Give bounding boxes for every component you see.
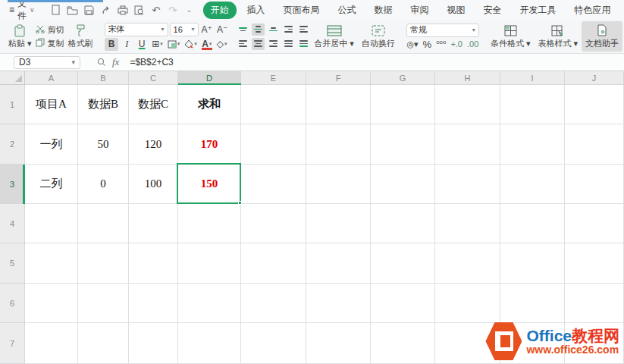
- cell-B5[interactable]: [78, 243, 129, 284]
- row-header-5[interactable]: 5: [0, 243, 25, 284]
- output-button[interactable]: [99, 2, 114, 17]
- cell-D3[interactable]: 150: [178, 165, 241, 204]
- cell-I3[interactable]: [500, 165, 565, 204]
- justify-icon[interactable]: [282, 38, 295, 50]
- cell-A5[interactable]: [25, 243, 78, 284]
- cell-G7[interactable]: [371, 323, 435, 364]
- tab-page-layout[interactable]: 页面布局: [276, 2, 328, 19]
- percent-button[interactable]: %: [423, 39, 432, 50]
- tab-insert[interactable]: 插入: [240, 2, 273, 19]
- number-format-select[interactable]: 常规▾: [406, 24, 479, 37]
- font-size-select[interactable]: 16▾: [170, 23, 199, 36]
- cell-D2[interactable]: 170: [178, 124, 241, 165]
- increase-indent-icon[interactable]: [297, 24, 310, 36]
- formula-input[interactable]: =$B$2+C3: [130, 57, 173, 67]
- cell-J4[interactable]: [565, 204, 624, 243]
- cell-E1[interactable]: [241, 85, 306, 124]
- column-header-A[interactable]: A: [25, 71, 78, 85]
- borders-button[interactable]: ⊞▾: [150, 38, 165, 51]
- tab-data[interactable]: 数据: [367, 2, 400, 19]
- redo-button[interactable]: ↷: [165, 2, 180, 17]
- cell-H1[interactable]: [435, 85, 500, 124]
- cell-A2[interactable]: 一列: [25, 124, 78, 165]
- row-header-6[interactable]: 6: [0, 284, 25, 323]
- cell-F6[interactable]: [306, 284, 371, 323]
- format-painter-button[interactable]: 格式刷: [64, 21, 97, 52]
- cell-C1[interactable]: 数据C: [129, 85, 178, 124]
- cell-F2[interactable]: [306, 124, 371, 165]
- column-header-B[interactable]: B: [78, 71, 129, 85]
- select-all-corner[interactable]: [0, 71, 25, 85]
- column-header-C[interactable]: C: [129, 71, 178, 85]
- align-middle-icon[interactable]: [252, 24, 265, 36]
- cell-D5[interactable]: [178, 243, 241, 284]
- column-header-H[interactable]: H: [435, 71, 500, 85]
- cell-J3[interactable]: [565, 165, 624, 204]
- cell-B1[interactable]: 数据B: [78, 85, 129, 124]
- cell-I6[interactable]: [500, 284, 565, 323]
- column-header-I[interactable]: I: [500, 71, 565, 85]
- decrease-indent-icon[interactable]: [282, 24, 295, 36]
- fill-color-button[interactable]: ▾: [166, 38, 182, 51]
- column-header-F[interactable]: F: [306, 71, 371, 85]
- column-header-J[interactable]: J: [565, 71, 624, 85]
- cell-E5[interactable]: [241, 243, 306, 284]
- merge-center-button[interactable]: 合并居中 ▾: [310, 21, 358, 52]
- cell-B2[interactable]: 50: [78, 124, 129, 165]
- distribute-icon[interactable]: [297, 38, 310, 50]
- shading-button[interactable]: ▾: [183, 38, 199, 51]
- cell-A6[interactable]: [25, 284, 78, 323]
- currency-button[interactable]: ◎▾: [406, 39, 418, 49]
- row-header-7[interactable]: 7: [0, 323, 25, 364]
- print-preview-button[interactable]: [132, 2, 147, 17]
- cell-I2[interactable]: [500, 124, 565, 165]
- cell-C4[interactable]: [129, 204, 178, 243]
- increase-decimal-button[interactable]: +.0: [450, 39, 463, 49]
- tab-doc-assistant[interactable]: 文档助手: [622, 2, 624, 19]
- cell-G5[interactable]: [371, 243, 435, 284]
- cell-H4[interactable]: [435, 204, 500, 243]
- font-name-select[interactable]: 宋体▾: [105, 23, 168, 36]
- cell-D4[interactable]: [178, 204, 241, 243]
- cell-E6[interactable]: [241, 284, 306, 323]
- cell-H3[interactable]: [435, 165, 500, 204]
- undo-button[interactable]: ↶: [149, 2, 164, 17]
- tab-home[interactable]: 开始: [203, 2, 237, 19]
- cell-G4[interactable]: [371, 204, 435, 243]
- tab-security[interactable]: 安全: [476, 2, 510, 19]
- new-document-button[interactable]: [49, 2, 64, 17]
- cell-F4[interactable]: [306, 204, 371, 243]
- row-header-2[interactable]: 2: [0, 124, 25, 165]
- column-header-E[interactable]: E: [241, 71, 306, 85]
- cell-J5[interactable]: [565, 243, 624, 284]
- row-header-1[interactable]: 1: [0, 85, 25, 124]
- cell-C5[interactable]: [129, 243, 178, 284]
- open-file-button[interactable]: [65, 2, 80, 17]
- magnifier-icon[interactable]: [97, 58, 106, 67]
- name-box[interactable]: D3 ▾: [14, 56, 80, 69]
- paste-button[interactable]: 粘贴 ▾: [5, 21, 36, 52]
- tab-view[interactable]: 视图: [440, 2, 473, 19]
- fx-button[interactable]: fx: [112, 56, 119, 68]
- column-header-G[interactable]: G: [371, 71, 435, 85]
- cell-E3[interactable]: [241, 165, 306, 204]
- cell-B6[interactable]: [78, 284, 129, 323]
- thousands-separator-button[interactable]: ⁰⁰⁰: [436, 39, 446, 49]
- cell-J2[interactable]: [565, 124, 624, 165]
- align-left-icon[interactable]: [237, 38, 249, 50]
- font-color-button[interactable]: A▾: [200, 38, 214, 51]
- cut-button[interactable]: 剪切: [36, 24, 64, 36]
- cell-H6[interactable]: [435, 284, 500, 323]
- row-header-3[interactable]: 3: [0, 165, 25, 204]
- copy-button[interactable]: 复制: [36, 38, 64, 49]
- doc-assistant-button[interactable]: 文档助手: [582, 21, 622, 52]
- cell-H2[interactable]: [435, 124, 500, 165]
- cell-E2[interactable]: [241, 124, 306, 165]
- customize-toolbar-icon[interactable]: ⌄: [182, 2, 197, 17]
- cell-C6[interactable]: [129, 284, 178, 323]
- cell-G1[interactable]: [371, 85, 435, 124]
- cell-C7[interactable]: [129, 323, 178, 364]
- cell-F5[interactable]: [306, 243, 371, 284]
- cell-J6[interactable]: [565, 284, 624, 323]
- cell-A7[interactable]: [25, 323, 78, 364]
